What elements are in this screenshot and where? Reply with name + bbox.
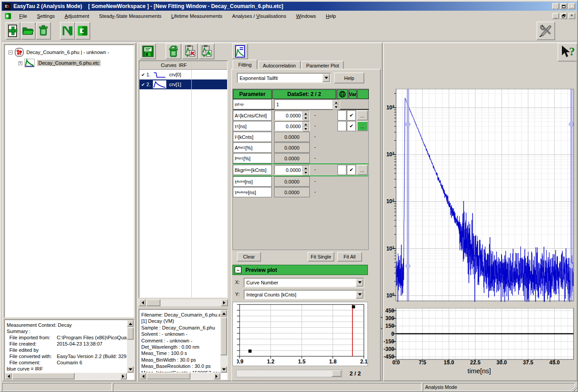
menu-item-lifetime-measurements[interactable]: Lifetime Measurements [166,12,227,20]
title-bar[interactable]: Eτ EasyTau 2 (Analysis Mode) [ SomeNewWo… [2,2,577,11]
child-close-button[interactable]: ✕ [568,13,575,19]
param-value-n-exp[interactable]: 1 [275,100,333,108]
curve-name[interactable]: crv[0] [169,72,181,77]
file-info-hscrollbar[interactable] [5,373,127,379]
tree-expand-toggle-child[interactable]: + [18,61,22,65]
menu-item-windows[interactable]: Windows [291,12,321,20]
param-value-tau-1[interactable]: 0.0000 [275,122,302,130]
new-file-button[interactable] [5,22,21,40]
param-link-a-1[interactable] [338,110,346,121]
param-var-checkbox-tau-1[interactable]: ✔ [347,121,356,131]
minimize-button[interactable]: _ [552,3,559,9]
param-spinner-tau-1[interactable]: 0.0000 [274,121,310,131]
tree-child-label[interactable]: Decay_Coumarin_6.phu.etc [37,60,101,66]
help-cursor-button[interactable]: ? [557,43,578,62]
resize-grip[interactable] [573,386,578,391]
param-value-bkgr-dec[interactable]: 0.0000 [275,166,302,174]
tree-item-child[interactable]: + Decay_Coumarin_6.phu.etc [18,58,133,68]
tab-autocorrelation[interactable]: Autocorrelation [258,61,301,69]
param-value-a-1[interactable]: 0.0000 [275,111,302,120]
residuals-chart[interactable] [391,308,574,363]
menu-item-settings[interactable]: Settings [32,12,60,20]
param-spinner-a-1[interactable]: 0.0000 [274,110,310,121]
scroll-down-icon[interactable] [127,366,134,373]
file-info-vscrollbar[interactable] [127,320,134,373]
clipboard-add-button[interactable] [198,43,215,59]
check-icon[interactable]: ✔ [141,72,145,77]
chevron-down-icon[interactable] [356,291,363,299]
child-window-icon[interactable] [4,13,12,20]
report-button[interactable] [232,43,248,59]
clear-button[interactable]: Clear [237,252,261,262]
workspace-button[interactable] [75,22,90,40]
maximize-button[interactable] [560,3,567,9]
scroll-left-icon[interactable] [5,373,12,379]
menu-item-analyses-visualisations[interactable]: Analyses / Visualisations [227,12,291,20]
chevron-down-icon[interactable] [356,279,363,287]
workspace-tree[interactable]: − Decay_Coumarin_6.phu | - unknown - + D… [4,44,135,318]
tools-button[interactable] [536,21,555,40]
param-more-button-a-1[interactable]: ... [357,110,368,121]
scroll-up-icon[interactable] [127,320,134,327]
tree-root-label[interactable]: Decay_Coumarin_6.phu | - unknown - [26,50,109,55]
spin-up-icon[interactable] [303,166,309,171]
param-link-tau-1[interactable] [338,121,346,131]
menu-item-help[interactable]: Help [321,12,341,20]
curves-hscrollbar[interactable] [139,299,228,306]
param-more-button-bkgr-dec[interactable]: ... [357,165,368,175]
spin-up-icon[interactable] [303,111,309,116]
scroll-right-icon[interactable] [221,299,228,306]
measurement-hscrollbar[interactable] [139,373,220,379]
spin-down-icon[interactable] [303,171,309,175]
preview-x-select[interactable]: Curve Number [244,278,364,288]
fit-all-button[interactable]: Fit All [337,252,362,262]
irf-column-header[interactable]: IRF [179,63,187,68]
scroll-right-icon[interactable] [214,373,220,379]
scroll-left-icon[interactable] [139,373,146,379]
new-fitting-window-button[interactable] [60,22,75,40]
curves-list-header[interactable]: Curves IRF [139,61,227,70]
scroll-right-icon[interactable] [120,373,127,379]
menu-item-adjustment[interactable]: Adjustment [60,12,94,20]
model-select[interactable]: Exponential Tailfit [237,73,331,83]
spin-up-icon[interactable] [333,100,339,105]
param-var-checkbox-a-1[interactable]: ✔ [347,110,356,121]
delete-curve-button[interactable] [165,43,181,59]
preview-y-select[interactable]: Integral Counts [kCnts] [244,290,364,300]
menu-item-steady-state-measurements[interactable]: Steady-State Measurements [94,12,166,20]
close-button[interactable]: ✕ [568,3,575,9]
param-spinner-bkgr-dec[interactable]: 0.0000 [274,165,310,175]
menu-item-file[interactable]: File [14,12,32,20]
param-spinner-n-exp[interactable]: 1 [274,99,340,109]
tab-parameter-plot[interactable]: Parameter Plot [301,61,344,69]
scroll-left-icon[interactable] [139,299,146,306]
save-curve-button[interactable] [140,43,156,59]
preview-chart[interactable]: 0.91.21.51.82.1 [237,304,367,367]
help-button[interactable]: Help [334,72,364,83]
param-var-checkbox-bkgr-dec[interactable]: ✔ [347,165,356,175]
child-restore-button[interactable] [560,13,567,19]
curves-column-header[interactable]: Curves [161,63,177,68]
child-minimize-button[interactable]: _ [552,13,559,19]
tree-item-root[interactable]: − Decay_Coumarin_6.phu | - unknown - [6,47,133,58]
spin-down-icon[interactable] [303,127,309,132]
open-file-button[interactable] [21,22,36,40]
param-more-button-tau-1[interactable]: ... [357,121,368,131]
collapse-button[interactable]: − [235,267,241,273]
measurement-vscrollbar[interactable] [220,310,227,373]
scroll-up-icon[interactable] [220,310,227,317]
curves-list[interactable]: Curves IRF ✔1.crv[0]✔2.crv[1] [139,60,228,298]
spin-up-icon[interactable] [303,122,309,127]
curve-row-crv-1[interactable]: ✔2.crv[1] [139,79,227,89]
tree-expand-toggle[interactable]: − [8,50,13,54]
spin-down-icon[interactable] [333,105,339,110]
param-link-bkgr-dec[interactable] [338,165,346,175]
curve-name[interactable]: crv[1] [169,82,181,87]
tab-fitting[interactable]: Fitting [232,59,257,69]
clipboard-remove-button[interactable] [182,43,198,59]
scroll-down-icon[interactable] [220,366,227,373]
chevron-down-icon[interactable] [322,74,330,82]
spin-down-icon[interactable] [303,116,309,121]
preview-pager-scrollbar[interactable] [236,370,342,377]
curve-row-crv-0[interactable]: ✔1.crv[0] [139,70,227,79]
